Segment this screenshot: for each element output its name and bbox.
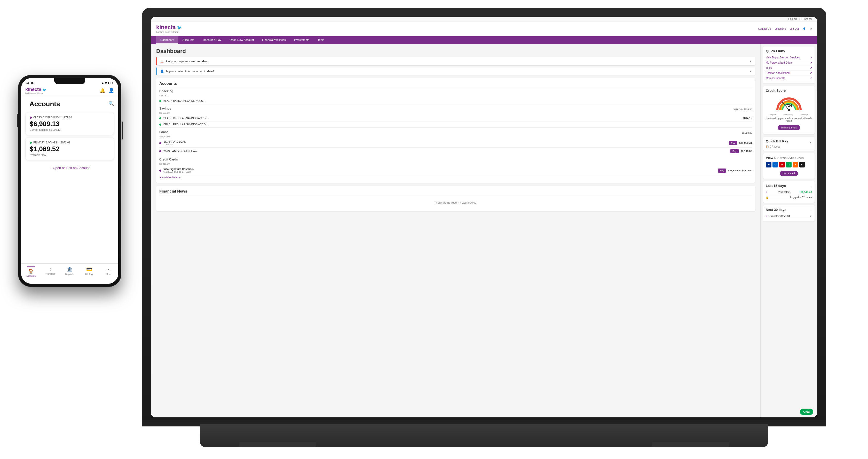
loans-title: Loans: [159, 130, 168, 134]
account-dot-savings: [30, 142, 32, 144]
checking-name: BEACH BASIC CHECKING ACCU...: [163, 99, 752, 102]
main-content: Dashboard ⚠ 2 of your payments are past …: [151, 44, 760, 418]
phone-account-card-2[interactable]: PRIMARY SAVINGS ***1971-01 $1,069.52 Ava…: [25, 137, 114, 160]
loan-item-1: SIGNATURE LOAN *1974.02 Pay $19,960.31: [159, 139, 752, 148]
phone-nav-deposits-label: Deposits: [65, 273, 74, 276]
website: English | Español kinecta 🐦 ba: [151, 17, 817, 418]
quick-links-widget: Quick Links View Digital Banking Service…: [763, 47, 814, 84]
phone-account-label-2: PRIMARY SAVINGS ***1971-01: [30, 141, 110, 144]
info-expand-icon[interactable]: ▼: [749, 70, 752, 73]
last15-item-logins: 🔒 Logged in 26 times: [766, 195, 812, 200]
lang-espanol[interactable]: Español: [803, 18, 812, 21]
loan-name-2: 2023 LAMBORGHINI Urus: [163, 150, 728, 153]
available-balance-link[interactable]: ▼ Available Balance: [159, 175, 752, 180]
logo-bird-icon: 🐦: [177, 25, 182, 30]
phone-search-button[interactable]: 🔍: [108, 101, 114, 107]
bill-pay-expand[interactable]: ▼: [809, 141, 812, 144]
credit-card-name-1: Visa Signature Cashback *1,247.00 on Feb…: [163, 168, 716, 173]
info-text: Is your contact information up to date?: [166, 70, 214, 73]
nav-open-account[interactable]: Open New Account: [225, 36, 258, 44]
bill-pay-empty: 📋 0 Payees: [766, 145, 812, 148]
gauge-labels: Report Monitoring Savings: [766, 113, 812, 116]
phone-notification-icon[interactable]: 🔔: [100, 88, 105, 93]
credit-card-pay-btn-1[interactable]: Pay: [718, 169, 726, 173]
phone-header-icons: 🔔 👤: [100, 88, 114, 93]
show-my-score-btn[interactable]: Show my Score: [778, 125, 800, 130]
next30-expand[interactable]: ⋯: [809, 209, 812, 212]
gauge-label-savings: Savings: [801, 113, 808, 116]
site-top-bar: English | Español: [151, 17, 817, 22]
next30-expand-icon[interactable]: ▼: [809, 215, 812, 218]
lang-english[interactable]: English: [788, 18, 797, 21]
side-button-right: [122, 121, 123, 140]
last15-expand[interactable]: ⋯: [809, 185, 812, 188]
quick-link-3[interactable]: Tools ↗: [766, 65, 812, 70]
phone-logo-area: kinecta 🐦 banking done different: [25, 87, 46, 94]
site-header: kinecta 🐦 banking done different Contact…: [151, 22, 817, 36]
phone-header: kinecta 🐦 banking done different 🔔 👤: [21, 86, 118, 97]
savings-item-1: BEACH REGULAR SAVINGS ACCO... $814.15: [159, 115, 752, 121]
phone-nav-more[interactable]: ⋯ More: [99, 265, 118, 279]
nav-accounts-underline: [27, 266, 35, 267]
locations-link[interactable]: Locations: [775, 27, 786, 30]
loan-pay-btn-1[interactable]: Pay: [729, 141, 737, 145]
signal-icon: ▲: [101, 81, 104, 84]
phone-account-sub-2: Available Now: [30, 153, 110, 156]
gauge-label-report: Report: [770, 113, 776, 116]
page-title: Dashboard: [156, 48, 755, 55]
last15-header: Last 15 days ⋯: [766, 184, 812, 190]
last15-widget: Last 15 days ⋯ ↕ 2 transfers $1,546.43: [763, 181, 814, 203]
phone-open-link[interactable]: + Open or Link an Account: [21, 162, 118, 173]
loans-balance-label: $6,223.25: [742, 132, 752, 134]
savings-name-2: BEACH REGULAR SAVINGS ACCO...: [163, 123, 752, 126]
loan-pay-btn-2[interactable]: Pay: [731, 149, 739, 153]
external-link-icon-1: ↗: [810, 56, 812, 59]
checking-title: Checking: [159, 89, 752, 93]
laptop: English | Español kinecta 🐦 ba: [142, 8, 826, 447]
nav-tools[interactable]: Tools: [313, 36, 329, 44]
credit-card-dot-1: [159, 170, 161, 172]
contact-us-link[interactable]: Contact Us: [758, 27, 771, 30]
quick-bill-pay-header: Quick Bill Pay ▼: [766, 139, 812, 145]
quick-link-4[interactable]: Book an Appointment ↗: [766, 70, 812, 76]
credit-cards-total: $2,310.00: [159, 163, 752, 165]
nav-dashboard[interactable]: Dashboard: [156, 36, 178, 44]
quick-link-2[interactable]: My Personalized Offers ↗: [766, 60, 812, 65]
transfers-icon: ↕: [766, 191, 767, 194]
checking-account-item: BEACH BASIC CHECKING ACCU...: [159, 98, 752, 104]
phone-nav-deposits[interactable]: 🏦 Deposits: [60, 265, 79, 279]
phone-account-card-1[interactable]: CLASSIC CHECKING ***1971-02 $6,909.13 Cu…: [25, 112, 114, 135]
svg-text:724: 724: [786, 104, 792, 108]
phone-user-icon[interactable]: 👤: [108, 88, 114, 93]
phone-nav-billpay[interactable]: 💳 Bill Pay: [80, 265, 99, 279]
phone-nav-billpay-label: Bill Pay: [85, 273, 93, 276]
quick-link-1[interactable]: View Digital Banking Services ↗: [766, 55, 812, 60]
credit-score-gauge: 724 Report Monitoring Savings Start trac…: [766, 94, 812, 132]
nav-investments[interactable]: Investments: [290, 36, 313, 44]
external-link-icon-3: ↗: [810, 66, 812, 69]
savings-name-1: BEACH REGULAR SAVINGS ACCO...: [163, 117, 743, 120]
phone-status-icons: ▲ WiFi ●: [101, 81, 113, 84]
phone-nav-accounts[interactable]: 🏠 Accounts: [21, 265, 40, 279]
phone-time: 15:45: [26, 81, 34, 84]
phone-nav-transfers[interactable]: ↕ Transfers: [40, 265, 60, 279]
laptop-screen-bezel: English | Español kinecta 🐦 ba: [151, 17, 817, 418]
external-accounts-get-started[interactable]: Get Started: [780, 171, 798, 176]
alert-expand-icon[interactable]: ▼: [749, 60, 752, 63]
chat-button[interactable]: Chat: [800, 409, 813, 415]
site-logo: kinecta 🐦 banking done different: [156, 24, 182, 33]
side-button-left: [17, 114, 18, 127]
quick-link-5[interactable]: Member Benefits ↗: [766, 76, 812, 81]
nav-transfer-pay[interactable]: Transfer & Pay: [198, 36, 225, 44]
credit-card-item-1: Visa Signature Cashback *1,247.00 on Feb…: [159, 166, 752, 175]
phone-bottom-nav: 🏠 Accounts ↕ Transfers 🏦 Deposits 💳 Bill…: [21, 263, 118, 284]
sidebar: Quick Links View Digital Banking Service…: [760, 44, 817, 418]
user-icon: 👤: [803, 27, 806, 30]
logout-link[interactable]: Log Out: [789, 27, 799, 30]
nav-accounts[interactable]: Accounts: [178, 36, 198, 44]
nav-financial-wellness[interactable]: Financial Wellness: [258, 36, 290, 44]
ext-logo-td: TD: [786, 162, 792, 168]
ext-logo-other: TT: [799, 162, 805, 168]
phone-nav-accounts-icon: 🏠: [28, 268, 34, 274]
credit-cards-subsection: Credit Cards $2,310.00 Visa Signature Ca…: [159, 157, 752, 180]
